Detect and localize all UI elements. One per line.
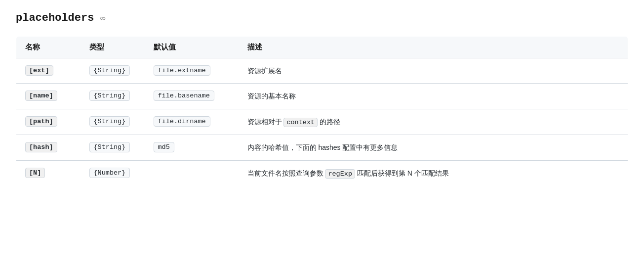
cell-desc: 资源相对于 context 的路径 (239, 109, 628, 135)
desc-text: 内容的哈希值，下面的 hashes 配置中有更多信息 (247, 143, 398, 151)
cell-desc: 资源的基本名称 (239, 84, 628, 109)
name-code: [ext] (25, 65, 53, 76)
cell-name: [name] (16, 84, 80, 109)
table-row: [path] {String} file.dirname 资源相对于 conte… (16, 109, 628, 135)
cell-desc: 内容的哈希值，下面的 hashes 配置中有更多信息 (239, 135, 628, 160)
placeholders-table: 名称 类型 默认值 描述 [ext] {String} file.extname… (16, 36, 628, 186)
col-header-type: 类型 (80, 37, 145, 58)
desc-text: 资源扩展名 (247, 67, 282, 75)
col-header-name: 名称 (16, 37, 80, 58)
cell-default: file.dirname (145, 109, 239, 135)
table-row: [hash] {String} md5 内容的哈希值，下面的 hashes 配置… (16, 135, 628, 160)
cell-type: {String} (80, 135, 145, 160)
table-header: 名称 类型 默认值 描述 (16, 37, 628, 58)
cell-default: file.basename (145, 84, 239, 109)
cell-desc: 当前文件名按照查询参数 regExp 匹配后获得到第 N 个匹配结果 (239, 160, 628, 186)
name-code: [hash] (25, 142, 57, 152)
default-code: file.basename (154, 91, 214, 101)
page-title: placeholders (16, 12, 94, 24)
cell-name: [N] (16, 160, 80, 186)
table-row: [ext] {String} file.extname 资源扩展名 (16, 58, 628, 84)
cell-type: {String} (80, 58, 145, 84)
desc-inline-code: regExp (325, 169, 355, 179)
default-code: file.dirname (154, 116, 210, 127)
type-code: {String} (89, 65, 130, 76)
cell-type: {String} (80, 84, 145, 109)
name-code: [name] (25, 91, 57, 101)
default-code: file.extname (154, 65, 210, 76)
table-row: [N] {Number} 当前文件名按照查询参数 regExp 匹配后获得到第 … (16, 160, 628, 186)
desc-text-before: 当前文件名按照查询参数 (247, 169, 323, 177)
cell-desc: 资源扩展名 (239, 58, 628, 84)
cell-type: {Number} (80, 160, 145, 186)
desc-text-before: 资源相对于 (247, 118, 282, 126)
cell-default: md5 (145, 135, 239, 160)
page-header: placeholders ∞ (16, 12, 628, 24)
cell-name: [ext] (16, 58, 80, 84)
desc-text-after: 的路径 (320, 118, 340, 126)
default-code: md5 (154, 142, 174, 152)
type-code: {String} (89, 142, 130, 152)
name-code: [N] (25, 168, 45, 178)
cell-default (145, 160, 239, 186)
header-row: 名称 类型 默认值 描述 (16, 37, 628, 58)
desc-inline-code: context (283, 118, 318, 127)
desc-text: 资源的基本名称 (247, 92, 296, 100)
table-body: [ext] {String} file.extname 资源扩展名 [name]… (16, 58, 628, 186)
desc-text-after: 匹配后获得到第 N 个匹配结果 (357, 169, 449, 177)
cell-name: [hash] (16, 135, 80, 160)
cell-type: {String} (80, 109, 145, 135)
cell-default: file.extname (145, 58, 239, 84)
cell-name: [path] (16, 109, 80, 135)
name-code: [path] (25, 116, 57, 127)
col-header-default: 默认值 (145, 37, 239, 58)
type-code: {String} (89, 91, 130, 101)
type-code: {String} (89, 116, 130, 127)
type-code: {Number} (89, 168, 130, 178)
anchor-link-icon[interactable]: ∞ (100, 14, 105, 23)
table-row: [name] {String} file.basename 资源的基本名称 (16, 84, 628, 109)
col-header-desc: 描述 (239, 37, 628, 58)
